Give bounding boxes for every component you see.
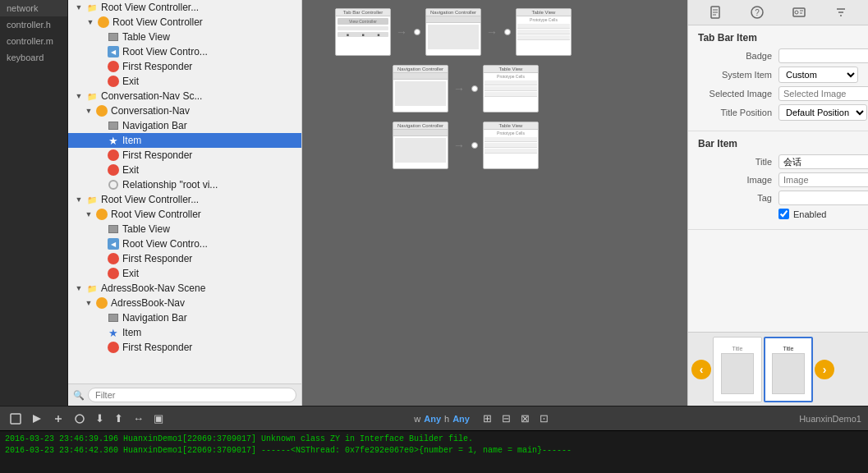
label-first-1: First Responder [122, 61, 192, 72]
toolbar-btn-4[interactable] [71, 411, 89, 426]
badge-input[interactable] [778, 48, 868, 63]
svg-rect-13 [11, 414, 21, 424]
thumb-next-button[interactable]: › [815, 360, 834, 379]
title-row: Title [698, 154, 858, 169]
tree-item-exit-3[interactable]: Exit [68, 266, 301, 281]
tree-item-item-1[interactable]: ★ Item [68, 133, 301, 148]
selected-image-input[interactable] [778, 86, 868, 101]
label-conv-nav: Conversation-Nav Sc... [101, 90, 202, 102]
tree-item-rvc2-child[interactable]: Root View Controller [68, 207, 301, 222]
tree-item-nav-bar-2[interactable]: Navigation Bar [68, 310, 301, 325]
bottom-toolbar: ⬇ ⬆ ↔ ▣ w Any h Any ⊞ ⊟ ⊠ ⊡ HuanxinDemo1 [0, 406, 868, 430]
tree-item-conv-nav-child[interactable]: Conversation-Nav [68, 103, 301, 118]
tree-group-root-vc-2[interactable]: 📁 Root View Controller... [68, 192, 301, 207]
arrow-rvc1-child[interactable] [85, 18, 96, 26]
sidebar-item-controller-h[interactable]: controller.h [0, 16, 67, 33]
tag-row: Tag [698, 191, 858, 205]
thumb-preview-1 [721, 353, 754, 394]
left-sidebar: network controller.h controller.m keyboa… [0, 0, 68, 406]
arrow-root-vc-1[interactable] [73, 3, 85, 11]
tree-content[interactable]: 📁 Root View Controller... Root View Cont… [68, 0, 301, 383]
resize-btn-2[interactable]: ⊟ [498, 411, 514, 426]
toolbar-btn-1[interactable] [7, 411, 25, 426]
tree-item-rootvc-contro-2[interactable]: ◀ Root View Contro... [68, 236, 301, 251]
resize-btn-3[interactable]: ⊠ [517, 411, 533, 426]
inspector-tab-identity[interactable] [788, 3, 811, 21]
thumb-item-1[interactable]: Title [713, 337, 762, 402]
tree-item-rvc1-child[interactable]: Root View Controller [68, 15, 301, 30]
label-table-2: Table View [122, 223, 170, 235]
thumb-item-2[interactable]: Title [764, 337, 813, 402]
title-input[interactable] [778, 154, 868, 169]
toolbar-btn-3[interactable] [49, 411, 67, 426]
arrow-adressbook[interactable] [73, 284, 85, 292]
image-input[interactable] [778, 172, 868, 187]
svg-marker-14 [33, 415, 41, 423]
tree-group-root-vc-1[interactable]: 📁 Root View Controller... [68, 0, 301, 15]
resize-btn-4[interactable]: ⊡ [536, 411, 552, 426]
thumb-preview-2 [772, 353, 805, 394]
sidebar-item-controller-m[interactable]: controller.m [0, 33, 67, 49]
icon-item-2: ★ [106, 327, 121, 338]
tree-item-first-resp-4[interactable]: First Responder [68, 340, 301, 355]
icon-first-3 [106, 253, 121, 264]
arrow-conv-nav[interactable] [73, 92, 85, 100]
tree-filter-bar: 🔍 [68, 383, 301, 406]
label-first-4: First Responder [122, 342, 192, 353]
tree-item-item-2[interactable]: ★ Item [68, 325, 301, 340]
image-row: Image [698, 172, 858, 187]
tree-group-adressbook[interactable]: 📁 AdressBook-Nav Scene [68, 281, 301, 296]
tree-item-table-view-1[interactable]: Table View [68, 30, 301, 44]
tree-item-relationship-1[interactable]: Relationship "root vi... [68, 177, 301, 192]
resize-btn-1[interactable]: ⊞ [480, 411, 495, 426]
canvas-area[interactable]: Tab Bar Controller View Controller ■ ■ ■… [302, 0, 687, 406]
arrow-adressbook-child[interactable] [83, 299, 94, 307]
toolbar-btn-2[interactable] [28, 411, 46, 426]
h-any-value: Any [452, 414, 470, 424]
tree-item-adressbook-child[interactable]: AdressBook-Nav [68, 296, 301, 310]
tag-input[interactable] [778, 191, 868, 205]
tab-bar-item-title: Tab Bar Item [698, 32, 858, 44]
arrow-rvc2-child[interactable] [83, 210, 94, 218]
scene-nav-controller-3: Navigation Controller [393, 122, 448, 169]
tree-item-first-resp-3[interactable]: First Responder [68, 251, 301, 266]
image-label: Image [698, 175, 772, 185]
title-position-select[interactable]: Default Position [778, 104, 867, 121]
title-position-row: Title Position Default Position [698, 104, 858, 121]
icon-nav-bar-2 [106, 312, 121, 324]
tree-group-conv-nav[interactable]: 📁 Conversation-Nav Sc... [68, 89, 301, 103]
right-panel: ? Tab Bar Item Badge System Item Custom [687, 0, 868, 406]
icon-root-vc-1: 📁 [85, 2, 99, 13]
label-adressbook-child: AdressBook-Nav [111, 297, 185, 309]
inspector-tab-file[interactable] [704, 3, 727, 21]
label-rootvc-ctrl-1: Root View Contro... [122, 46, 208, 57]
toolbar-btn-8[interactable]: ▣ [150, 411, 167, 426]
enabled-checkbox[interactable] [778, 209, 789, 219]
inspector-tab-attributes[interactable] [829, 3, 852, 21]
icon-rel-1 [106, 179, 121, 191]
tree-item-rootvc-contro-1[interactable]: ◀ Root View Contro... [68, 44, 301, 59]
arrow-root-vc-2[interactable] [73, 195, 85, 204]
tree-item-table-view-2[interactable]: Table View [68, 222, 301, 236]
filter-input[interactable] [88, 388, 296, 402]
toolbar-btn-7[interactable]: ↔ [130, 411, 147, 426]
toolbar-btn-6[interactable]: ⬆ [111, 411, 126, 426]
tree-item-first-resp-1[interactable]: First Responder [68, 59, 301, 74]
scene-nav-controller-2: Navigation Controller [393, 65, 448, 113]
tree-item-exit-2[interactable]: Exit [68, 163, 301, 177]
arrow-conv-child[interactable] [83, 107, 94, 115]
canvas-content[interactable]: Tab Bar Controller View Controller ■ ■ ■… [302, 0, 687, 406]
tree-item-exit-1[interactable]: Exit [68, 74, 301, 89]
label-nav-bar-1: Navigation Bar [122, 120, 187, 131]
tree-item-first-resp-2[interactable]: First Responder [68, 148, 301, 163]
thumb-prev-button[interactable]: ‹ [691, 360, 711, 379]
icon-rvc2-child [94, 209, 109, 220]
sidebar-item-keyboard[interactable]: keyboard [0, 49, 67, 66]
tree-item-nav-bar-1[interactable]: Navigation Bar [68, 118, 301, 133]
icon-table-1 [106, 31, 121, 43]
sidebar-item-network[interactable]: network [0, 0, 67, 16]
system-item-select[interactable]: Custom [778, 67, 858, 83]
inspector-tab-quick[interactable]: ? [746, 3, 769, 21]
toolbar-btn-5[interactable]: ⬇ [92, 411, 108, 426]
icon-back-1: ◀ [106, 46, 121, 57]
